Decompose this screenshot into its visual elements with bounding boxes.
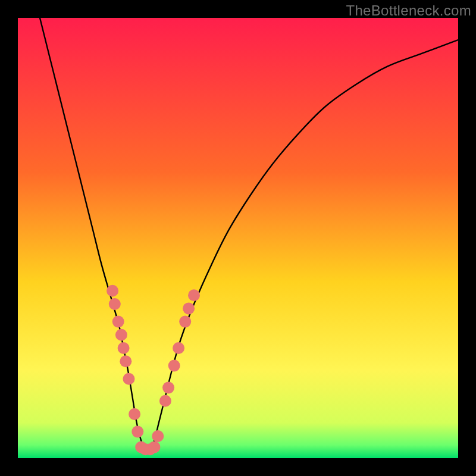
marker-dot (115, 329, 127, 341)
marker-dot (112, 316, 124, 328)
marker-dot (107, 285, 118, 297)
watermark-text: TheBottleneck.com (346, 2, 471, 19)
chart-frame: TheBottleneck.com (0, 0, 476, 476)
marker-dot (179, 316, 191, 328)
marker-dot (188, 289, 200, 301)
marker-dot (120, 355, 131, 367)
marker-dot (183, 302, 195, 314)
marker-dot (173, 342, 184, 354)
marker-dot (152, 430, 164, 442)
marker-dot (118, 342, 130, 354)
gradient-background (18, 18, 458, 458)
marker-dot (162, 382, 174, 394)
marker-dot (168, 360, 180, 372)
marker-dot (123, 373, 134, 385)
chart-svg (18, 18, 458, 458)
marker-dot (148, 441, 160, 453)
marker-dot (129, 408, 140, 420)
plot-area (18, 18, 458, 458)
marker-dot (159, 395, 171, 407)
marker-dot (109, 298, 121, 310)
marker-dot (131, 426, 143, 438)
